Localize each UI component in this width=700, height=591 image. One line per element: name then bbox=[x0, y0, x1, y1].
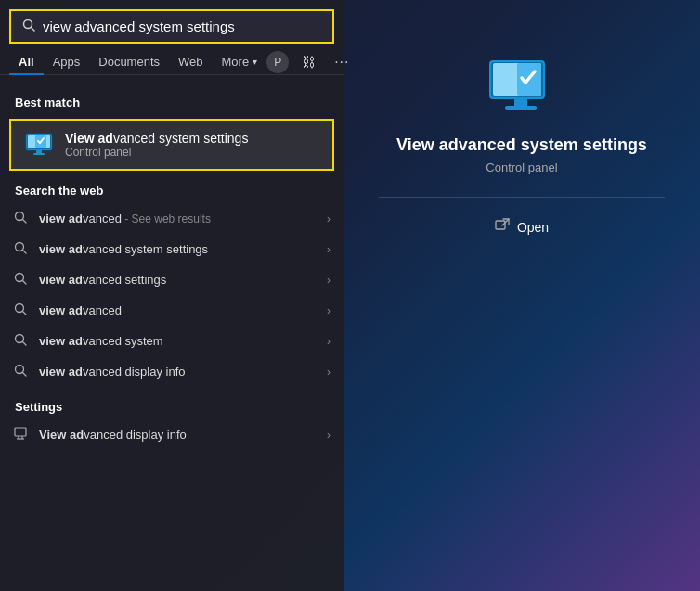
web-search-item-4[interactable]: view advanced › bbox=[0, 295, 344, 326]
svg-line-19 bbox=[23, 373, 27, 377]
settings-item-1[interactable]: View advanced display info › bbox=[0, 419, 344, 450]
search-results: Best match bbox=[0, 75, 344, 591]
search-panel: view advanced system settings All Apps D… bbox=[0, 0, 344, 591]
tab-all[interactable]: All bbox=[9, 49, 44, 74]
svg-rect-6 bbox=[36, 150, 42, 153]
tab-web[interactable]: Web bbox=[169, 49, 213, 74]
search-web-icon-3 bbox=[13, 272, 28, 288]
open-button[interactable]: Open bbox=[486, 212, 558, 241]
search-web-icon-5 bbox=[13, 333, 28, 349]
best-match-app-icon bbox=[24, 130, 54, 160]
web-search-item-2[interactable]: view advanced system settings › bbox=[0, 234, 344, 264]
app-icon-large bbox=[485, 56, 559, 121]
svg-rect-29 bbox=[505, 106, 537, 110]
svg-rect-20 bbox=[15, 428, 26, 436]
svg-line-17 bbox=[23, 342, 27, 346]
chevron-right-icon-4: › bbox=[327, 304, 331, 317]
web-search-text-1: view advanced - See web results bbox=[39, 212, 316, 225]
web-search-item-1[interactable]: view advanced - See web results › bbox=[0, 203, 344, 234]
right-panel-subtitle: Control panel bbox=[486, 161, 557, 174]
open-icon bbox=[495, 218, 510, 236]
best-match-text: View advanced system settings Control pa… bbox=[65, 131, 248, 159]
search-input[interactable]: view advanced system settings bbox=[43, 19, 321, 34]
search-web-icon-6 bbox=[13, 364, 28, 379]
open-label: Open bbox=[517, 220, 549, 235]
settings-chevron-right-icon: › bbox=[327, 429, 331, 442]
search-web-icon bbox=[13, 211, 28, 226]
chevron-right-icon-2: › bbox=[327, 243, 331, 256]
svg-rect-28 bbox=[514, 99, 527, 106]
tab-apps[interactable]: Apps bbox=[44, 49, 90, 74]
svg-line-11 bbox=[23, 251, 27, 254]
tab-documents[interactable]: Documents bbox=[89, 49, 169, 74]
profile-button[interactable]: P bbox=[266, 51, 289, 73]
svg-line-9 bbox=[23, 220, 27, 224]
chevron-right-icon-6: › bbox=[327, 366, 331, 379]
tabs-bar: All Apps Documents Web More ▾ P ⛓ ··· bbox=[0, 44, 344, 75]
best-match-subtitle: Control panel bbox=[65, 146, 248, 159]
web-search-text-5: view advanced system bbox=[39, 334, 316, 348]
right-panel: View advanced system settings Control pa… bbox=[344, 0, 700, 591]
web-search-item-5[interactable]: view advanced system › bbox=[0, 326, 344, 356]
search-icon bbox=[22, 19, 35, 34]
svg-rect-30 bbox=[496, 221, 505, 229]
web-search-text-4: view advanced bbox=[39, 303, 316, 317]
settings-label: Settings bbox=[0, 394, 344, 419]
svg-line-15 bbox=[23, 312, 27, 315]
best-match-item[interactable]: View advanced system settings Control pa… bbox=[9, 119, 334, 171]
divider bbox=[379, 197, 664, 198]
web-search-item-3[interactable]: view advanced settings › bbox=[0, 264, 344, 295]
chevron-right-icon-3: › bbox=[327, 274, 331, 287]
web-search-text-3: view advanced settings bbox=[39, 273, 316, 287]
tab-more[interactable]: More ▾ bbox=[213, 49, 267, 74]
tabs-right-actions: P ⛓ ··· bbox=[266, 50, 355, 74]
web-search-text-2: view advanced system settings bbox=[39, 242, 316, 256]
chevron-down-icon: ▾ bbox=[253, 57, 257, 67]
right-panel-title: View advanced system settings bbox=[396, 135, 647, 155]
best-match-title: View advanced system settings bbox=[65, 131, 248, 146]
web-search-label: Search the web bbox=[0, 178, 344, 203]
settings-item-text-1: View advanced display info bbox=[39, 428, 316, 442]
svg-line-13 bbox=[23, 281, 27, 285]
search-web-icon-4 bbox=[13, 302, 28, 318]
web-search-text-6: view advanced display info bbox=[39, 365, 316, 379]
search-web-icon-2 bbox=[13, 241, 28, 257]
chevron-right-icon-5: › bbox=[327, 335, 331, 348]
web-search-item-6[interactable]: view advanced display info › bbox=[0, 356, 344, 387]
connect-icon[interactable]: ⛓ bbox=[296, 50, 321, 73]
monitor-icon bbox=[13, 427, 28, 443]
best-match-label: Best match bbox=[0, 90, 344, 115]
search-bar[interactable]: view advanced system settings bbox=[9, 9, 334, 44]
svg-rect-7 bbox=[33, 153, 45, 155]
chevron-right-icon: › bbox=[327, 212, 331, 225]
svg-line-1 bbox=[32, 28, 35, 32]
more-options-icon[interactable]: ··· bbox=[329, 50, 355, 74]
